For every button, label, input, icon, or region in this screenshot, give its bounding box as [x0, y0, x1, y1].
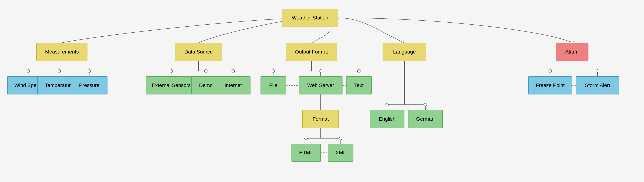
pressure-node: Pressure — [71, 76, 108, 94]
freezepoint-label: Freeze Point — [536, 82, 565, 88]
language-node: Language — [382, 43, 426, 61]
externalsensors-label: External Sensors — [152, 82, 190, 88]
svg-point-8 — [88, 69, 91, 72]
alarm-node: Alarm — [556, 43, 588, 61]
svg-point-26 — [319, 69, 322, 72]
xml-label: XML — [336, 150, 346, 156]
root-node: Weather Station — [282, 9, 338, 27]
html-label: HTML — [299, 150, 313, 156]
freezepoint-node: Freeze Point — [528, 76, 572, 94]
outputformat-node: Output Format — [286, 43, 337, 61]
file-node: File — [260, 76, 286, 94]
svg-point-4 — [27, 69, 30, 72]
svg-point-16 — [204, 69, 207, 72]
svg-point-49 — [549, 69, 552, 72]
html-node: HTML — [292, 144, 321, 162]
temperature-label: Temperature — [45, 82, 74, 88]
svg-point-24 — [272, 69, 275, 72]
text-label: Text — [354, 82, 364, 88]
demo-label: Demo — [199, 82, 213, 88]
format-node: Format — [302, 110, 339, 128]
alarm-label: Alarm — [565, 49, 578, 55]
pressure-label: Pressure — [79, 82, 100, 88]
svg-point-51 — [596, 69, 599, 72]
datasource-node: Data Source — [175, 43, 222, 61]
text-node: Text — [346, 76, 372, 94]
svg-point-28 — [358, 69, 360, 72]
english-node: English — [370, 110, 404, 128]
datasource-label: Data Source — [184, 49, 213, 55]
svg-point-37 — [339, 137, 342, 140]
svg-point-18 — [232, 69, 235, 72]
file-label: File — [269, 82, 277, 88]
svg-point-35 — [304, 137, 308, 140]
language-label: Language — [393, 49, 416, 55]
internet-node: Internet — [216, 76, 250, 94]
stormalert-node: Storm Alert — [576, 76, 620, 94]
measurements-label: Measurements — [45, 49, 79, 55]
internet-label: Internet — [225, 82, 242, 88]
german-label: German — [416, 116, 434, 122]
xml-node: XML — [328, 144, 354, 162]
svg-point-6 — [58, 69, 61, 72]
root-label: Weather Station — [292, 15, 328, 21]
webserver-label: Web Server — [307, 82, 334, 88]
outputformat-label: Output Format — [295, 49, 328, 55]
format-label: Format — [312, 116, 329, 122]
stormalert-label: Storm Alert — [585, 82, 610, 88]
svg-point-14 — [170, 69, 173, 72]
svg-point-42 — [386, 103, 388, 106]
english-label: English — [379, 116, 396, 122]
german-node: German — [408, 110, 443, 128]
externalsensors-node: External Sensors — [146, 76, 197, 94]
webserver-node: Web Server — [299, 76, 342, 94]
measurements-node: Measurements — [36, 43, 88, 61]
svg-point-44 — [424, 103, 427, 106]
